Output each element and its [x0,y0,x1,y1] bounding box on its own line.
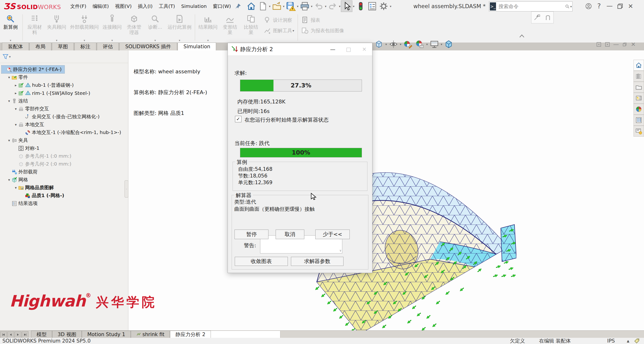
results-advisor-button-dropdown[interactable]: ▾ [207,39,209,42]
help-icon[interactable]: ? [594,1,604,11]
hide-show-items-eye-icon[interactable] [388,39,398,49]
search-magnifier-icon[interactable] [565,3,570,10]
diagnostics-button-dropdown[interactable]: ▾ [154,39,156,42]
command-tab-1[interactable]: 装配体 [2,42,29,50]
always-show-solver-status-checkbox[interactable]: ✓ [235,116,242,122]
pause-button[interactable]: 暂停 [234,230,268,239]
rebuild-icon[interactable] [355,0,366,12]
undo-icon[interactable] [313,0,324,12]
edit-appearance-icon[interactable] [403,39,413,49]
new-study-button-dropdown[interactable]: ▾ [10,39,11,42]
plot-tools-button-dropdown[interactable]: ▾ [292,29,294,32]
command-tab-6[interactable]: SOLIDWORKS 插件 [119,42,177,50]
tree-component-interactions[interactable]: ▾零部件交互 [14,105,52,113]
diagnostics-button[interactable]: 诊断...▾ [145,12,166,42]
expander-icon[interactable]: ▾ [14,107,18,111]
tree-hub-1[interactable]: ▸hub-1 (-普通碳钢-) [14,81,76,89]
menu-file[interactable]: 文件(F) [67,0,90,12]
menu-insert[interactable]: 插入(I) [135,0,156,12]
settings-gear-icon-dropdown[interactable]: ▾ [390,4,392,8]
save-icon-dropdown[interactable]: ▾ [297,4,298,8]
close-app-icon[interactable]: ✕ [625,1,636,11]
previous-window-icon[interactable] [594,41,603,48]
pin-menu-icon[interactable] [235,3,241,9]
dialog-title-bar[interactable]: 静应力分析 2 — □ ✕ [228,43,372,56]
print-icon[interactable] [299,0,310,12]
less-button[interactable]: 少于<< [315,230,350,239]
menu-tools[interactable]: 工具(T) [156,0,178,12]
search-input[interactable] [496,3,565,9]
view-palette-tab[interactable] [634,93,644,104]
expander-icon[interactable]: ▾ [7,99,12,103]
command-tab-2[interactable]: 布局 [30,42,52,50]
apply-scene-icon-dropdown[interactable]: ▾ [426,42,428,46]
redo-icon-dropdown[interactable]: ▾ [339,4,341,8]
results-advisor-button[interactable]: 结果顾问▾ [196,12,220,42]
tree-symmetry-1[interactable]: 对称-1 [14,144,42,152]
options-list-icon[interactable] [366,0,378,12]
expander-icon[interactable]: ▾ [14,123,18,127]
plot-tools-button[interactable]: 图解工具▾ [263,25,295,36]
open-icon-dropdown[interactable]: ▾ [283,4,285,8]
filter-funnel-icon[interactable] [2,53,8,60]
expander-icon[interactable]: ▸ [14,91,18,95]
graphics-viewport[interactable]: 模型名称: wheel assembly 算例名称: 静应力分析 2(-FEA-… [128,50,644,330]
view-orientation-cube-icon-dropdown[interactable]: ▾ [385,42,387,46]
close-dialog-icon[interactable]: ✕ [356,46,372,52]
command-tab-3[interactable]: 草图 [52,42,74,50]
tree-rim-1[interactable]: ▸rim-1 (-[SW]Alloy Steel-) [14,89,93,97]
save-icon[interactable] [285,0,296,12]
expander-icon[interactable]: ▾ [7,75,12,79]
view-orientation-cube-icon[interactable] [374,39,384,49]
connections-advisor-button[interactable]: 连接顾问▾ [101,12,124,42]
settings-gear-icon[interactable] [378,0,390,12]
minimize-dialog-icon[interactable]: — [325,46,341,52]
previous-tab-icon[interactable] [8,331,14,338]
tree-fixtures[interactable]: ▾夹具 [7,136,31,144]
restore-app-icon[interactable] [615,1,625,11]
menu-view[interactable]: 视图(V) [112,0,134,12]
panel-splitter-handle[interactable]: ◦ [124,180,128,198]
command-tab-5[interactable]: 评估 [97,42,119,50]
tree-connections[interactable]: ▾连结 [7,97,31,105]
tree-mesh[interactable]: ▾网格 [7,176,31,184]
expander-icon[interactable]: ▾ [7,138,12,143]
mini-toolbar-icon-b[interactable] [544,14,552,21]
undo-icon-dropdown[interactable]: ▾ [325,4,326,8]
3d-experience-cube-icon[interactable] [444,39,454,49]
fixtures-advisor-button[interactable]: 夹具顾问▾ [45,12,68,42]
view-settings-monitor-icon[interactable] [429,39,439,49]
minimize-document-icon[interactable]: — [612,41,620,48]
file-explorer-tab[interactable] [634,82,644,93]
solver-parameters-button[interactable]: 求解器参数 [291,257,344,266]
custom-properties-tab[interactable] [634,115,644,126]
tree-local-interaction-1[interactable]: 本地交互-1 (-冷缩配合<rim-1, hub-1>-) [20,128,124,136]
include-image-for-report-button[interactable]: 为报表包括图像 [301,25,344,36]
tree-ref-geometry-2[interactable]: 参考几何-2 (:0 mm:) [14,160,74,168]
select-cursor-icon-dropdown[interactable]: ▾ [353,4,354,8]
tab-static-analysis-2[interactable]: 静应力分析 2 [170,331,211,338]
appearances-scenes-tab[interactable] [634,104,644,115]
tree-local-interactions[interactable]: ▾本地交互 [14,121,47,128]
new-study-button[interactable]: 新算例▾ [0,12,21,42]
close-document-icon[interactable]: ✕ [629,41,638,48]
maximize-dialog-icon[interactable]: □ [341,46,356,52]
menu-window[interactable]: 窗口(W) [210,0,234,12]
first-tab-icon[interactable] [0,331,7,338]
tab-shrink-fit[interactable]: shrink fit [131,331,170,338]
tag-icon[interactable] [634,338,640,344]
apply-material-button[interactable]: 应用材料 [24,12,45,42]
shell-manager-button[interactable]: 壳体管理器 [124,12,145,42]
tree-ref-geometry-1[interactable]: 参考几何-1 (:0 mm:) [14,152,74,160]
deformed-result-button[interactable]: 变形结果 [220,12,240,42]
scroll-down-icon[interactable]: ∨ [339,249,342,252]
cancel-button[interactable]: 取消 [276,230,304,239]
next-window-icon[interactable] [603,41,612,48]
run-study-button[interactable]: 运行此算例▾ [166,12,194,42]
tab-3d-views[interactable]: 3D 视图 [52,331,82,338]
command-tab-4[interactable]: 标注 [74,42,96,50]
expander-icon[interactable]: ▾ [7,178,12,182]
tab-motion-study-1[interactable]: Motion Study 1 [82,331,131,338]
status-expand-icon[interactable]: ▲ [627,338,630,344]
new-document-icon[interactable] [257,0,268,12]
